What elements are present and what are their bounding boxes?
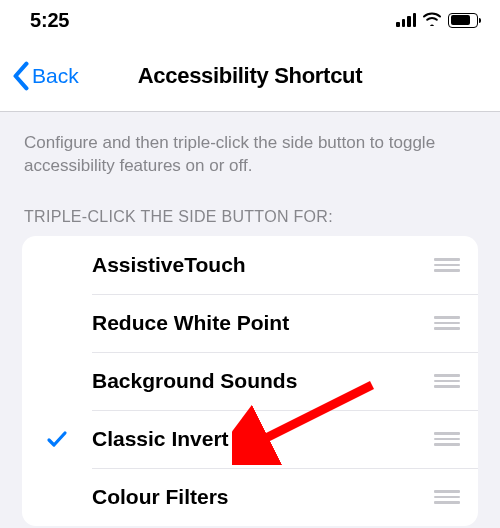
description-text: Configure and then triple-click the side… [22, 112, 478, 178]
list-item[interactable]: AssistiveTouch [22, 236, 478, 294]
cellular-signal-icon [396, 13, 416, 27]
back-label: Back [32, 64, 79, 88]
status-indicators [396, 11, 478, 30]
drag-handle-icon[interactable] [430, 312, 464, 334]
back-button[interactable]: Back [0, 61, 79, 91]
status-time: 5:25 [30, 9, 69, 32]
list-item[interactable]: Colour Filters [22, 468, 478, 526]
wifi-icon [422, 11, 442, 30]
checkmark-icon [45, 427, 69, 451]
item-label: AssistiveTouch [92, 253, 430, 277]
chevron-left-icon [12, 61, 30, 91]
drag-handle-icon[interactable] [430, 254, 464, 276]
section-header: TRIPLE-CLICK THE SIDE BUTTON FOR: [22, 178, 478, 236]
item-label: Colour Filters [92, 485, 430, 509]
list-item[interactable]: Background Sounds [22, 352, 478, 410]
shortcut-list: AssistiveTouch Reduce White Point Backgr… [22, 236, 478, 526]
checkmark-slot [22, 427, 92, 451]
list-item[interactable]: Reduce White Point [22, 294, 478, 352]
item-label: Background Sounds [92, 369, 430, 393]
drag-handle-icon[interactable] [430, 428, 464, 450]
item-label: Classic Invert [92, 427, 430, 451]
status-bar: 5:25 [0, 0, 500, 40]
drag-handle-icon[interactable] [430, 486, 464, 508]
content-area: Configure and then triple-click the side… [0, 112, 500, 526]
item-label: Reduce White Point [92, 311, 430, 335]
nav-bar: Back Accessibility Shortcut [0, 40, 500, 112]
battery-icon [448, 13, 478, 28]
drag-handle-icon[interactable] [430, 370, 464, 392]
list-item[interactable]: Classic Invert [22, 410, 478, 468]
